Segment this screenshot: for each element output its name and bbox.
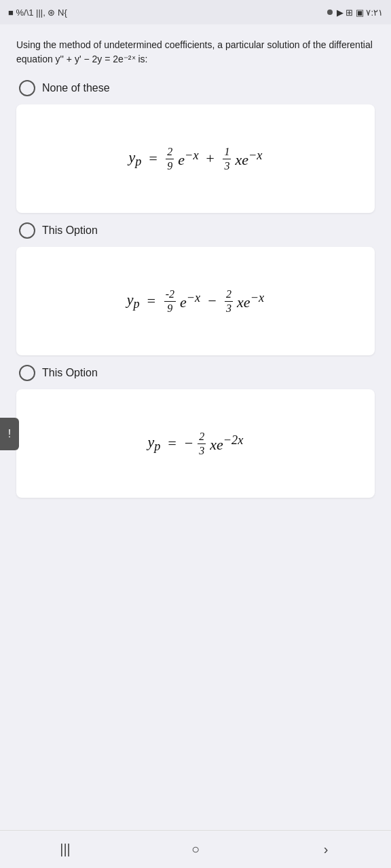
status-right: ▶ ⊞ ▣ ٧:٢١ — [327, 7, 383, 18]
equals-3: = — [164, 435, 181, 452]
status-left: ■ %/\1 |||, ⊛ N{ — [8, 7, 67, 18]
yp-label-3: yp — [148, 433, 161, 454]
question-text: Using the method of undetermined coeffic… — [16, 38, 375, 66]
option-row-1: This Option — [19, 222, 375, 239]
option-label-none: None of these — [42, 82, 110, 94]
plus-1: + — [202, 150, 219, 167]
nav-forward-button[interactable]: › — [305, 836, 346, 863]
side-button[interactable]: ! — [0, 418, 19, 450]
exp-3a: xe−2x — [210, 433, 243, 454]
math-box-1: yp = 2 9 e−x + 1 3 xe−x — [16, 104, 375, 213]
fraction-3a: 2 3 — [198, 430, 206, 456]
fraction-2a: -2 9 — [164, 288, 176, 314]
exp-1b: xe−x — [235, 149, 262, 169]
math-formula-2: yp = -2 9 e−x − 2 3 xe−x — [127, 288, 264, 314]
minus-2: − — [203, 292, 221, 310]
yp-label-1: yp — [129, 149, 142, 169]
fraction-1b: 1 3 — [223, 145, 231, 172]
status-left-text: ■ %/\1 |||, ⊛ N{ — [8, 7, 67, 18]
radio-none[interactable] — [19, 80, 35, 96]
exp-1a: e−x — [178, 149, 198, 169]
yp-label-2: yp — [127, 291, 140, 311]
minus-3: − — [183, 435, 193, 452]
status-right-text: ▶ ⊞ ▣ ٧:٢١ — [337, 7, 383, 18]
nav-forward-icon: › — [324, 842, 329, 857]
nav-home-icon: ○ — [191, 842, 200, 857]
equals-1: = — [144, 150, 162, 167]
equals-2: = — [143, 292, 160, 310]
option-label-1: This Option — [42, 224, 98, 237]
math-box-3: yp = − 2 3 xe−2x — [16, 389, 375, 498]
dot-indicator — [327, 9, 333, 15]
radio-opt2[interactable] — [19, 365, 35, 381]
nav-bar: ||| ○ › — [0, 830, 391, 868]
exp-2a: e−x — [180, 291, 200, 311]
math-formula-3: yp = − 2 3 xe−2x — [148, 430, 244, 456]
nav-back-button[interactable]: ||| — [45, 836, 86, 863]
option-row-none: None of these — [19, 80, 375, 96]
nav-back-icon: ||| — [60, 842, 71, 857]
side-button-label: ! — [8, 428, 11, 440]
radio-opt1[interactable] — [19, 222, 35, 239]
option-row-2: This Option — [19, 365, 375, 381]
fraction-1a: 2 9 — [166, 145, 174, 172]
math-formula-1: yp = 2 9 e−x + 1 3 xe−x — [129, 145, 263, 172]
option-label-2: This Option — [42, 367, 98, 379]
exp-2b: xe−x — [237, 291, 264, 311]
status-bar: ■ %/\1 |||, ⊛ N{ ▶ ⊞ ▣ ٧:٢١ — [0, 0, 391, 24]
main-content: Using the method of undetermined coeffic… — [0, 24, 391, 830]
fraction-2b: 2 3 — [225, 288, 233, 314]
math-box-2: yp = -2 9 e−x − 2 3 xe−x — [16, 247, 375, 355]
nav-home-button[interactable]: ○ — [175, 836, 216, 863]
